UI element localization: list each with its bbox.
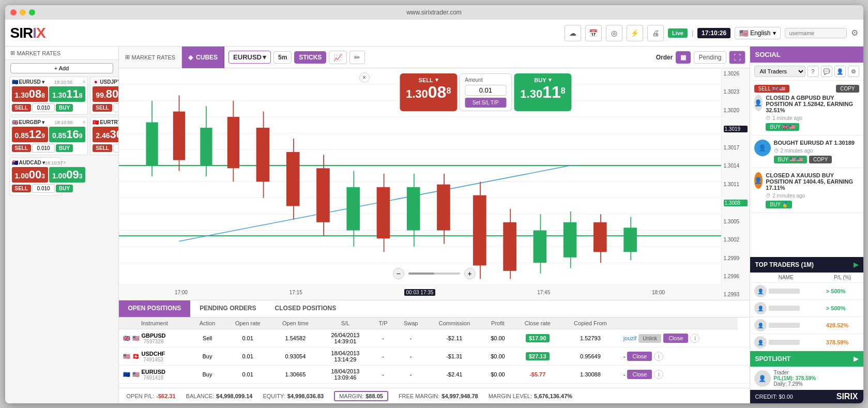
lightning-icon-btn[interactable]: ⚡: [627, 25, 643, 41]
spotlight-header: SPOTLIGHT ▶: [750, 351, 863, 367]
audcad-close-btn[interactable]: ×: [63, 160, 66, 165]
close-window-btn[interactable]: [10, 9, 17, 16]
gbpusd-flag-uk: 🇬🇧: [123, 335, 130, 342]
usdjpy-amount-input[interactable]: [113, 103, 118, 112]
info-btn-1[interactable]: i: [690, 334, 699, 343]
pair-selector[interactable]: EURUSD ▾: [229, 51, 271, 64]
buy-social-btn-1[interactable]: BUY 🇬🇧 🇺🇸: [766, 123, 799, 131]
svg-rect-36: [437, 185, 450, 231]
close-trade-panel-btn[interactable]: ×: [359, 72, 370, 83]
usdjpy-sell-btn[interactable]: SELL: [93, 104, 112, 112]
svg-rect-24: [256, 128, 269, 182]
tab-pending-orders[interactable]: PENDING ORDERS: [190, 300, 265, 317]
trader-pl-3: 428.52%: [822, 317, 863, 334]
top-traders-header-row: NAME P/L (%): [750, 273, 863, 283]
all-traders-select[interactable]: All Traders: [754, 66, 805, 77]
order-type-button[interactable]: ▦: [676, 51, 691, 64]
tab-closed-positions[interactable]: CLOSED POSITIONS: [266, 300, 346, 317]
pending-button[interactable]: Pending: [694, 51, 726, 64]
buy-trade-button[interactable]: BUY ▾ 1.30118: [514, 73, 571, 111]
maximize-window-btn[interactable]: [29, 9, 35, 16]
market-rates-btn[interactable]: ⊞ MARKET RATES: [10, 50, 61, 56]
th-sl: S/L: [319, 318, 371, 329]
eurusd2-flag-us: 🇺🇸: [132, 371, 140, 378]
eurtry-amount-input[interactable]: [113, 144, 118, 153]
zoom-out-btn[interactable]: −: [393, 268, 404, 279]
chart-area[interactable]: 1.3026 1.3023 1.3020 1.3019 1.3017 1.301…: [119, 68, 750, 300]
print-icon-btn[interactable]: 🖨: [647, 25, 664, 41]
close-position-btn-2[interactable]: Close: [627, 352, 652, 361]
eurgbp-flag: 🇬🇧: [12, 119, 18, 125]
eurusd-close-btn[interactable]: ×: [83, 79, 86, 85]
audcad-sell-btn[interactable]: SELL: [12, 185, 32, 192]
eurusd-dropdown[interactable]: ▾: [42, 79, 44, 85]
eurgbp-sell-btn[interactable]: SELL: [12, 144, 32, 152]
cubes-nav-btn[interactable]: ◈ CUBES: [182, 47, 224, 68]
close-position-btn-1[interactable]: Close: [663, 334, 688, 343]
profit-value-1: $17.90: [526, 334, 550, 342]
social-settings-icon-btn[interactable]: ⚙: [848, 66, 859, 77]
sell-trade-button[interactable]: SELL ▾ 1.30088: [400, 73, 457, 111]
social-actions-3: BUY 🥇: [766, 201, 859, 208]
eurtry-sell-btn[interactable]: SELL: [93, 144, 112, 152]
eurgbp-dropdown[interactable]: ▾: [42, 119, 44, 125]
add-instrument-button[interactable]: + Add: [10, 63, 113, 73]
zoom-slider[interactable]: [408, 273, 460, 275]
rate-row-3: 🇦🇺 AUDCAD ▾ 18:10:57 × 1.00003: [9, 157, 114, 195]
unlink-btn-1[interactable]: Unlink: [638, 334, 661, 343]
eurgbp-close-btn[interactable]: ×: [83, 119, 86, 125]
eurgbp-buy-btn[interactable]: BUY: [56, 144, 73, 152]
settings-icon-btn[interactable]: ⚙: [851, 28, 858, 38]
market-rates-nav[interactable]: ⊞ MARKET RATES: [119, 47, 182, 68]
copy-social-btn-1[interactable]: COPY: [836, 85, 859, 93]
td-swap-2: -$1.31: [427, 347, 482, 366]
username-input[interactable]: [785, 28, 847, 38]
language-selector[interactable]: 🇺🇸 English ▾: [735, 27, 780, 39]
svg-rect-34: [406, 187, 420, 231]
line-chart-icon-btn[interactable]: 📈: [329, 51, 347, 64]
cloud-icon-btn[interactable]: ☁: [565, 25, 581, 41]
chart-type-button[interactable]: STICKS: [294, 51, 326, 64]
eurusd-amount-input[interactable]: [32, 103, 55, 112]
calendar-icon-btn[interactable]: 📅: [585, 25, 602, 41]
spotlight-pl: P/L(1M): 378.59%: [774, 375, 816, 381]
eurusd-buy-btn[interactable]: BUY: [56, 104, 73, 112]
copy-social-btn-2[interactable]: COPY: [809, 156, 832, 163]
info-btn-3[interactable]: i: [654, 370, 663, 379]
trader-avatar-3: 👤: [754, 319, 767, 331]
eurusd-sell-btn[interactable]: SELL: [12, 104, 32, 112]
sell-social-btn-1[interactable]: SELL 🇬🇧 🇺🇸: [754, 85, 789, 93]
audcad-buy-btn[interactable]: BUY: [56, 185, 73, 192]
draw-icon-btn[interactable]: ✏: [349, 51, 365, 64]
copied-from-link-1[interactable]: jouzif: [623, 335, 637, 341]
bottom-section: OPEN POSITIONS PENDING ORDERS CLOSED POS…: [119, 300, 750, 403]
profit-value-3: -$5.77: [529, 371, 545, 377]
sl-tp-button[interactable]: Set S/L T/P: [465, 98, 506, 108]
chart-icon-btn[interactable]: ◎: [606, 25, 622, 41]
td-rate-3: 1.30665: [271, 366, 320, 384]
social-msg-1: CLOSED A GBPUSD BUY POSITION AT 1.52842,…: [766, 95, 859, 113]
buy-social-label-3: BUY: [770, 202, 781, 207]
chat-icon-btn[interactable]: 💬: [821, 66, 832, 77]
audcad-amount-input[interactable]: [32, 184, 55, 193]
person-icon-btn[interactable]: 👤: [834, 66, 846, 77]
minimize-window-btn[interactable]: [20, 9, 26, 16]
social-feed: SELL 🇬🇧 🇺🇸 COPY 👤 CLOSED A GBPUSD BUY PO…: [750, 81, 863, 257]
td-open-time-2: 18/04/201313:14:29: [319, 347, 371, 366]
buy-social-btn-2[interactable]: BUY 🇺🇸 🇺🇸: [774, 156, 808, 163]
eurgbp-amount-input[interactable]: [32, 144, 55, 153]
zoom-in-btn[interactable]: +: [464, 268, 476, 279]
close-position-btn-3[interactable]: Close: [627, 370, 652, 379]
tab-open-positions[interactable]: OPEN POSITIONS: [119, 300, 191, 317]
fullscreen-button[interactable]: ⛶: [729, 51, 745, 64]
amount-input[interactable]: [465, 85, 506, 96]
td-instrument-eurusd2: 🇪🇺 🇺🇸 EURUSD 7491418: [119, 366, 191, 384]
trader-name-2: 👤: [750, 300, 822, 317]
buy-social-btn-3[interactable]: BUY 🥇: [766, 201, 792, 208]
info-btn-2[interactable]: i: [654, 352, 663, 361]
timeframe-button[interactable]: 5m: [273, 51, 292, 64]
td-extra-2: [738, 347, 750, 366]
help-icon-btn[interactable]: ?: [808, 66, 819, 77]
time-axis: 17:00 17:15 00:03 17:35 17:45 18:00: [119, 284, 721, 300]
th-open-rate: Open rate: [224, 318, 271, 329]
